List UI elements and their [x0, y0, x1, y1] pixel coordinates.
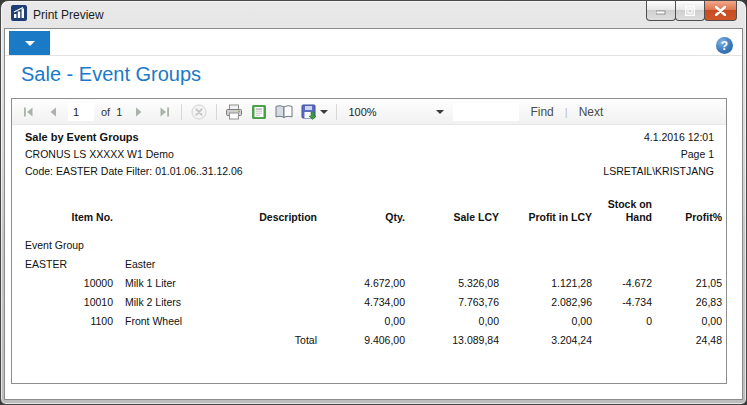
group-caption-row: Event Group — [25, 236, 722, 255]
find-text-input[interactable] — [453, 103, 519, 121]
find-next-separator: | — [565, 106, 568, 118]
group-caption: Event Group — [25, 236, 722, 255]
cell-qty: 4.672,00 — [317, 274, 405, 293]
last-page-button[interactable] — [154, 102, 174, 122]
toolbar-separator — [336, 104, 337, 120]
cell-qty: 4.734,00 — [317, 293, 405, 312]
zoom-value: 100% — [348, 106, 436, 118]
col-header-profit-lcy: Profit in LCY — [499, 198, 592, 224]
application-menu-button[interactable] — [9, 31, 50, 55]
cell-profit-lcy: 1.121,28 — [499, 274, 592, 293]
window-title: Print Preview — [33, 8, 104, 22]
cell-profit-pct: 0,00 — [652, 312, 722, 331]
page-setup-icon — [275, 105, 293, 119]
chevron-down-icon — [25, 41, 35, 46]
report-page: Sale by Event Groups 4.1.2016 12:01 CRON… — [12, 125, 726, 350]
cell-stock: 0 — [592, 312, 652, 331]
table-header-row: Item No. Description Qty. Sale LCY Profi… — [25, 198, 722, 224]
print-layout-button[interactable] — [249, 102, 269, 122]
previous-page-button[interactable] — [43, 102, 63, 122]
group-code: EASTER — [25, 255, 113, 274]
cell-profit-lcy: 2.082,96 — [499, 293, 592, 312]
zoom-select[interactable]: 100% — [344, 103, 448, 121]
print-preview-window: Print Preview ? Sale - Event Groups — [0, 0, 747, 405]
cell-item-no: 1100 — [25, 312, 113, 331]
export-button[interactable] — [299, 102, 329, 122]
total-profit-pct: 24,48 — [652, 331, 722, 350]
cell-sale-lcy: 5.326,08 — [405, 274, 499, 293]
table-row: 10010 Milk 2 Liters 4.734,00 7.763,76 2.… — [25, 293, 722, 312]
chevron-down-icon — [320, 110, 328, 114]
preview-toolbar: of 1 — [12, 99, 726, 125]
cell-profit-pct: 26,83 — [652, 293, 722, 312]
app-icon — [11, 5, 27, 25]
report-title: Sale by Event Groups — [25, 129, 139, 146]
group-header-row: EASTER Easter — [25, 255, 722, 274]
previous-page-icon — [49, 107, 57, 117]
page-title: Sale - Event Groups — [21, 63, 742, 86]
find-button[interactable]: Find — [524, 105, 559, 119]
find-next-button[interactable]: Next — [573, 105, 610, 119]
report-company: CRONUS LS XXXXX W1 Demo — [25, 146, 174, 163]
minimize-button[interactable] — [646, 1, 676, 21]
table-row: 1100 Front Wheel 0,00 0,00 0,00 0 0,00 — [25, 312, 722, 331]
col-header-profit-pct: Profit% — [652, 198, 722, 224]
stop-rendering-button[interactable] — [189, 102, 209, 122]
first-page-button[interactable] — [18, 102, 38, 122]
stop-icon — [191, 104, 207, 120]
cell-description: Milk 1 Liter — [113, 274, 317, 293]
first-page-icon — [23, 107, 34, 117]
group-name: Easter — [113, 255, 317, 274]
total-qty: 9.406,00 — [317, 331, 405, 350]
cell-item-no: 10010 — [25, 293, 113, 312]
cell-stock: -4.734 — [592, 293, 652, 312]
report-table: Item No. Description Qty. Sale LCY Profi… — [25, 198, 722, 350]
client-area: ? Sale - Event Groups of 1 — [4, 28, 743, 400]
col-header-stock-on-hand: Stock on Hand — [592, 198, 652, 224]
toolbar-separator — [181, 104, 182, 120]
help-button[interactable]: ? — [716, 37, 733, 54]
page-number-input[interactable] — [68, 103, 94, 121]
minimize-icon — [656, 6, 666, 15]
cell-description: Milk 2 Liters — [113, 293, 317, 312]
total-row: Total 9.406,00 13.089,84 3.204,24 24,48 — [25, 331, 722, 350]
print-button[interactable] — [224, 102, 244, 122]
cell-stock: -4.672 — [592, 274, 652, 293]
ribbon-strip: ? — [5, 29, 742, 56]
col-header-description: Description — [113, 198, 317, 224]
print-layout-icon — [251, 104, 267, 120]
toolbar-separator — [216, 104, 217, 120]
total-label: Total — [113, 331, 317, 350]
maximize-icon — [685, 6, 695, 16]
next-page-icon — [135, 107, 143, 117]
cell-sale-lcy: 7.763,76 — [405, 293, 499, 312]
cell-description: Front Wheel — [113, 312, 317, 331]
close-button[interactable] — [704, 1, 737, 21]
col-header-item-no: Item No. — [25, 198, 113, 224]
total-stock — [592, 331, 652, 350]
next-page-button[interactable] — [129, 102, 149, 122]
col-header-sale-lcy: Sale LCY — [405, 198, 499, 224]
cell-qty: 0,00 — [317, 312, 405, 331]
print-icon — [225, 104, 243, 120]
report-filter: Code: EASTER Date Filter: 01.01.06..31.1… — [25, 163, 243, 180]
cell-item-no: 10000 — [25, 274, 113, 293]
titlebar[interactable]: Print Preview — [1, 1, 746, 28]
table-row: 10000 Milk 1 Liter 4.672,00 5.326,08 1.1… — [25, 274, 722, 293]
print-preview-panel: of 1 — [11, 98, 727, 384]
last-page-icon — [159, 107, 170, 117]
maximize-button[interactable] — [675, 1, 705, 21]
report-user: LSRETAIL\KRISTJANG — [603, 163, 714, 180]
close-icon — [715, 6, 726, 16]
of-label: of 1 — [101, 106, 122, 118]
cell-sale-lcy: 0,00 — [405, 312, 499, 331]
chevron-down-icon — [436, 110, 444, 114]
total-profit-lcy: 3.204,24 — [499, 331, 592, 350]
report-page-number: Page 1 — [681, 146, 714, 163]
report-datetime: 4.1.2016 12:01 — [644, 129, 714, 146]
export-icon — [301, 104, 317, 120]
page-setup-button[interactable] — [274, 102, 294, 122]
total-sale-lcy: 13.089,84 — [405, 331, 499, 350]
col-header-qty: Qty. — [317, 198, 405, 224]
cell-profit-lcy: 0,00 — [499, 312, 592, 331]
